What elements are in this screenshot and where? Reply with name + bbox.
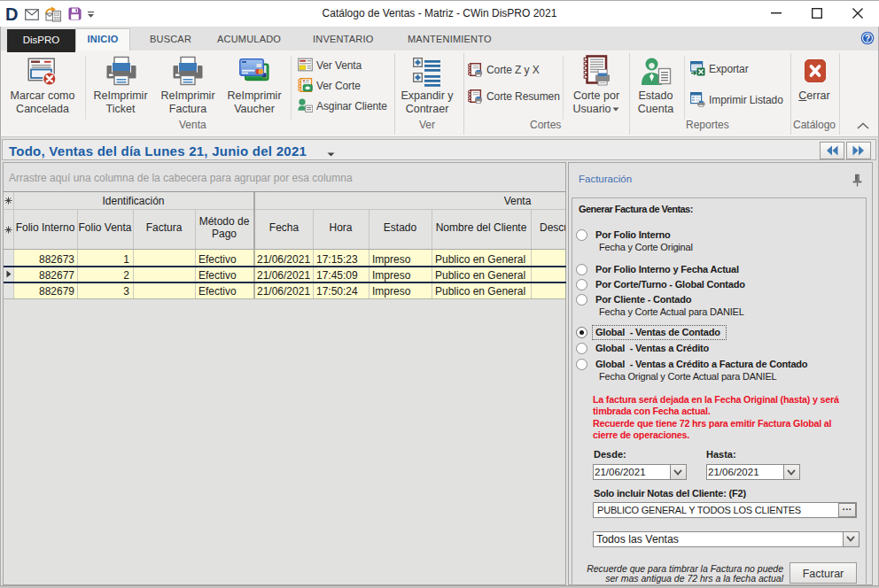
svg-text:?: ? (865, 34, 870, 43)
